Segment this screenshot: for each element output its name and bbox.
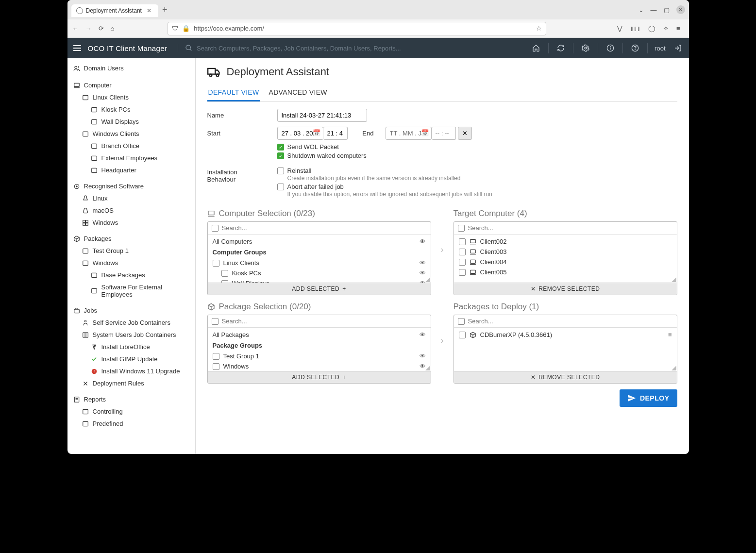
sidebar-external-employees[interactable]: External Employees: [67, 152, 195, 164]
home-icon[interactable]: [531, 43, 541, 53]
sidebar-jobs[interactable]: Jobs: [67, 304, 195, 317]
start-time-input[interactable]: [323, 127, 348, 140]
sidebar-headquarter[interactable]: Headquarter: [67, 164, 195, 176]
checkbox[interactable]: [221, 270, 228, 277]
sidebar-computer[interactable]: Computer: [67, 79, 195, 91]
back-icon[interactable]: ←: [72, 25, 79, 32]
sidebar-install-win11[interactable]: !Install Windows 11 Upgrade: [67, 365, 195, 377]
deploy-button[interactable]: DEPLOY: [620, 389, 677, 407]
list-item[interactable]: Linux Clients👁: [208, 258, 431, 268]
sidebar-deploy-rules[interactable]: Deployment Rules: [67, 377, 195, 389]
sidebar-windows-clients[interactable]: Windows Clients: [67, 128, 195, 140]
remove-selected-packages-button[interactable]: ✕REMOVE SELECTED: [454, 371, 677, 383]
bookmark-star-icon[interactable]: ☆: [536, 25, 542, 32]
add-selected-computers-button[interactable]: ADD SELECTED+: [208, 283, 431, 295]
help-icon[interactable]: [630, 43, 640, 53]
info-icon[interactable]: [605, 43, 616, 53]
calendar-icon[interactable]: 📅: [313, 129, 320, 136]
eye-icon[interactable]: 👁: [420, 331, 426, 338]
list-item[interactable]: Test Group 1👁: [208, 351, 431, 361]
drag-handle-icon[interactable]: ≡: [668, 331, 672, 338]
checkbox[interactable]: [213, 260, 219, 267]
tab-close-icon[interactable]: ✕: [145, 7, 153, 14]
browser-home-icon[interactable]: ⌂: [111, 25, 115, 32]
sidebar-system-users[interactable]: System Users Job Containers: [67, 329, 195, 341]
sidebar-recognised-software[interactable]: Recognised Software: [67, 180, 195, 192]
sidebar-test-group1[interactable]: Test Group 1: [67, 245, 195, 257]
select-all-deploy-checkbox[interactable]: [458, 318, 465, 325]
target-search-input[interactable]: [468, 224, 673, 232]
list-item[interactable]: Client003: [454, 247, 677, 257]
sidebar-install-gimp[interactable]: Install GIMP Update: [67, 353, 195, 365]
browser-tab[interactable]: Deployment Assistant ✕: [71, 4, 158, 17]
eye-icon[interactable]: 👁: [420, 352, 426, 360]
list-item[interactable]: Client002: [454, 236, 677, 247]
maximize-icon[interactable]: ▢: [664, 6, 670, 14]
select-all-packages-checkbox[interactable]: [212, 318, 218, 325]
sidebar-domain-users[interactable]: Domain Users: [67, 62, 195, 74]
sidebar-linux-clients[interactable]: Linux Clients: [67, 91, 195, 103]
add-selected-packages-button[interactable]: ADD SELECTED+: [208, 371, 431, 383]
eye-icon[interactable]: 👁: [420, 269, 426, 277]
sidebar-kiosk-pcs[interactable]: Kiosk PCs: [67, 103, 195, 116]
package-search-input[interactable]: [222, 318, 427, 325]
select-all-computers-checkbox[interactable]: [212, 225, 218, 232]
checkbox-reinstall[interactable]: [277, 168, 284, 174]
account-icon[interactable]: ◯: [648, 25, 655, 32]
select-all-targets-checkbox[interactable]: [458, 225, 465, 232]
list-item[interactable]: All Packages👁: [208, 330, 431, 340]
sidebar-windows[interactable]: Windows: [67, 217, 195, 229]
list-item[interactable]: Kiosk PCs👁: [208, 268, 431, 278]
url-bar[interactable]: 🛡 🔒 https://oco.example.com/ ☆: [168, 22, 546, 35]
sidebar-base-packages[interactable]: Base Packages: [67, 269, 195, 281]
eye-icon[interactable]: 👁: [420, 238, 426, 245]
list-item[interactable]: Client004: [454, 257, 677, 267]
calendar-icon[interactable]: 📅: [421, 129, 429, 136]
eye-icon[interactable]: 👁: [420, 259, 426, 267]
tabs-dropdown-icon[interactable]: ⌄: [638, 6, 644, 14]
sidebar-linux[interactable]: Linux: [67, 192, 195, 204]
list-item[interactable]: Client005: [454, 267, 677, 277]
list-item[interactable]: All Computers👁: [208, 236, 431, 247]
list-item[interactable]: CDBurnerXP (4.5.0.3661)≡: [454, 330, 677, 340]
menu-icon[interactable]: [73, 45, 81, 51]
refresh-icon[interactable]: [555, 43, 566, 53]
sidebar-packages[interactable]: Packages: [67, 233, 195, 245]
browser-menu-icon[interactable]: ≡: [676, 25, 680, 32]
clear-end-button[interactable]: ✕: [458, 127, 472, 140]
forward-icon[interactable]: →: [85, 25, 92, 32]
checkbox-abort[interactable]: [277, 184, 284, 190]
library-icon[interactable]: ⫿⫿⫿: [630, 25, 640, 32]
pocket-icon[interactable]: ⋁: [617, 25, 622, 32]
checkbox-shutdown[interactable]: ✓: [277, 152, 284, 159]
end-time-input[interactable]: [432, 127, 456, 140]
sidebar-pkg-windows[interactable]: Windows: [67, 257, 195, 269]
sidebar-macos[interactable]: macOS: [67, 204, 195, 217]
list-item[interactable]: Wall Displays👁: [208, 278, 431, 283]
sidebar-ext-software[interactable]: Software For External Employees: [67, 281, 195, 301]
tab-default-view[interactable]: DEFAULT VIEW: [207, 84, 260, 101]
close-window-icon[interactable]: ✕: [676, 5, 685, 14]
sidebar-controlling[interactable]: Controlling: [67, 405, 195, 418]
global-search-input[interactable]: [197, 45, 401, 52]
sidebar-branch-office[interactable]: Branch Office: [67, 140, 195, 152]
checkbox[interactable]: [221, 280, 228, 283]
sidebar-self-service[interactable]: Self Service Job Containers: [67, 317, 195, 329]
sidebar-predefined[interactable]: Predefined: [67, 418, 195, 430]
deploy-search-input[interactable]: [468, 318, 673, 325]
remove-selected-computers-button[interactable]: ✕REMOVE SELECTED: [454, 283, 677, 295]
gear-icon[interactable]: [580, 43, 591, 53]
name-input[interactable]: [277, 109, 367, 122]
new-tab-button[interactable]: +: [162, 5, 168, 15]
computer-search-input[interactable]: [222, 224, 427, 232]
sidebar-reports[interactable]: Reports: [67, 393, 195, 405]
sidebar-install-libre[interactable]: Install LibreOffice: [67, 341, 195, 353]
user-label[interactable]: root: [655, 45, 665, 52]
sidebar-wall-displays[interactable]: Wall Displays: [67, 116, 195, 128]
extensions-icon[interactable]: ✧: [663, 25, 669, 32]
logout-icon[interactable]: [672, 43, 683, 53]
tab-advanced-view[interactable]: ADVANCED VIEW: [268, 84, 328, 101]
reload-icon[interactable]: ⟳: [99, 25, 104, 32]
checkbox-wol[interactable]: ✓: [277, 144, 284, 151]
global-search[interactable]: [178, 44, 524, 52]
